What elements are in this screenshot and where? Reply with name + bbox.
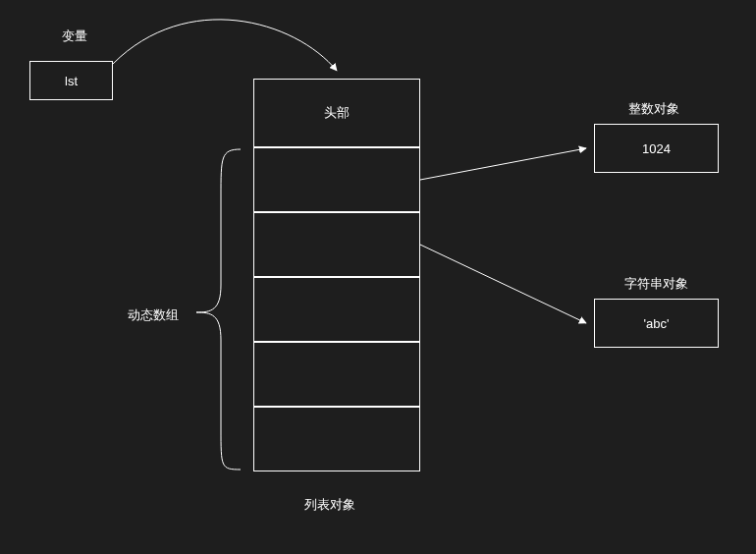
variable-title-label: 变量	[62, 28, 87, 45]
list-array-cell-1	[253, 212, 420, 277]
list-array-cell-3	[253, 342, 420, 407]
arrow-variable-to-list	[113, 20, 337, 71]
list-header-label: 头部	[324, 104, 350, 122]
integer-object-value: 1024	[642, 141, 671, 156]
variable-box: lst	[29, 61, 113, 100]
curly-brace	[196, 149, 241, 470]
list-header-cell: 头部	[253, 79, 420, 147]
string-object-value: 'abc'	[644, 316, 670, 331]
string-object-box: 'abc'	[594, 299, 719, 348]
list-array-cell-2	[253, 277, 420, 342]
list-caption: 列表对象	[304, 496, 355, 514]
diagram-canvas: 变量 lst 头部 列表对象 动态数组 整数对象 1024 字符串对象 'abc…	[0, 0, 756, 554]
arrow-cell1-to-string	[420, 245, 586, 323]
list-array-cell-4	[253, 407, 420, 471]
integer-object-box: 1024	[594, 124, 719, 173]
arrow-cell0-to-integer	[420, 148, 586, 180]
list-array-cell-0	[253, 147, 420, 212]
variable-name: lst	[65, 74, 78, 88]
integer-object-title: 整数对象	[628, 100, 679, 118]
string-object-title: 字符串对象	[624, 275, 688, 293]
dynamic-array-label: 动态数组	[128, 306, 179, 324]
